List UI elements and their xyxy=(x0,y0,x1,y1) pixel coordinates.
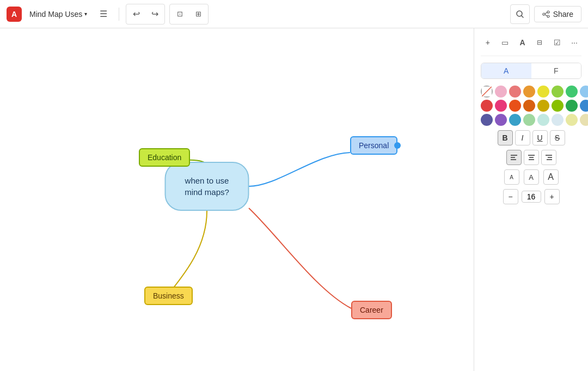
font-size-minus-button[interactable]: − xyxy=(503,189,518,204)
font-size-stepper: − 16 + xyxy=(481,189,581,204)
text-size-options: A A A xyxy=(481,169,581,185)
formatting-panel: + ▭ A ⊟ ☑ ··· A F xyxy=(474,28,588,371)
color-hot-pink[interactable] xyxy=(495,100,507,112)
align-left-button[interactable] xyxy=(506,150,522,165)
toolbar: A Mind Map Uses ▾ ☰ ↩ ↪ ⊡ ⊞ Share xyxy=(0,0,588,28)
education-node-text: Education xyxy=(148,153,181,162)
career-node[interactable]: Career xyxy=(351,301,392,319)
color-slate[interactable] xyxy=(481,114,493,126)
color-empty[interactable] xyxy=(481,86,493,98)
color-pink-light[interactable] xyxy=(495,86,507,98)
frame-button[interactable]: ⊡ xyxy=(171,5,188,23)
toolbar-right: Share xyxy=(510,4,581,24)
color-violet[interactable] xyxy=(495,114,507,126)
share-button[interactable]: Share xyxy=(534,6,581,22)
color-teal[interactable] xyxy=(509,114,521,126)
color-cream[interactable] xyxy=(580,114,588,126)
panel-toolbar: + ▭ A ⊟ ☑ ··· xyxy=(481,35,581,56)
panel-more-button[interactable]: ··· xyxy=(567,35,581,50)
color-pale-yellow[interactable] xyxy=(566,114,578,126)
business-node[interactable]: Business xyxy=(144,287,193,305)
color-row-1 xyxy=(481,86,581,98)
color-dark-orange[interactable] xyxy=(523,100,535,112)
group-button[interactable]: ⊞ xyxy=(189,5,207,23)
color-red[interactable] xyxy=(481,100,493,112)
menu-button[interactable]: ☰ xyxy=(95,5,112,23)
center-node[interactable]: when to use mind maps? xyxy=(165,162,249,211)
redo-button[interactable]: ↪ xyxy=(146,5,163,23)
panel-rect-button[interactable]: ▭ xyxy=(498,35,512,50)
svg-line-1 xyxy=(521,15,523,17)
text-small-button[interactable]: A xyxy=(504,169,519,185)
panel-tabs: A F xyxy=(481,63,581,79)
tab-f[interactable]: F xyxy=(531,63,581,78)
document-title[interactable]: Mind Map Uses ▾ xyxy=(26,8,90,21)
text-medium-button[interactable]: A xyxy=(524,169,539,185)
text-large-button[interactable]: A xyxy=(543,169,559,185)
color-yellow[interactable] xyxy=(537,86,549,98)
text-format-row: B I U S xyxy=(481,130,581,145)
tab-a[interactable]: A xyxy=(481,63,531,78)
panel-check-button[interactable]: ☑ xyxy=(550,35,564,50)
color-gold[interactable] xyxy=(537,100,549,112)
color-blue-light[interactable] xyxy=(580,86,588,98)
color-blue[interactable] xyxy=(580,100,588,112)
panel-add-button[interactable]: + xyxy=(481,35,495,50)
svg-line-6 xyxy=(545,15,547,16)
personal-node[interactable]: Personal xyxy=(350,136,397,155)
svg-line-5 xyxy=(545,13,547,14)
color-orange-red[interactable] xyxy=(509,100,521,112)
share-label: Share xyxy=(553,10,573,19)
undo-redo-group: ↩ ↪ xyxy=(126,4,165,25)
undo-button[interactable]: ↩ xyxy=(127,5,145,23)
svg-point-2 xyxy=(547,11,549,13)
font-size-plus-button[interactable]: + xyxy=(544,189,560,204)
color-row-3: ▶ xyxy=(481,114,581,126)
business-node-text: Business xyxy=(153,291,184,300)
color-row-2 xyxy=(481,100,581,112)
svg-point-3 xyxy=(543,13,545,15)
align-right-button[interactable] xyxy=(541,150,556,165)
italic-button[interactable]: I xyxy=(515,130,530,145)
personal-anchor xyxy=(394,142,401,149)
color-lime[interactable] xyxy=(552,100,564,112)
color-mint[interactable] xyxy=(523,114,535,126)
text-align-row xyxy=(481,150,581,165)
color-green-light[interactable] xyxy=(552,86,564,98)
color-pale-cyan[interactable] xyxy=(537,114,549,126)
color-pale-blue[interactable] xyxy=(552,114,564,126)
separator xyxy=(119,8,119,21)
color-dark-green[interactable] xyxy=(566,100,578,112)
title-text: Mind Map Uses xyxy=(29,10,82,19)
insert-group: ⊡ ⊞ xyxy=(169,4,209,25)
color-red-light[interactable] xyxy=(509,86,521,98)
panel-text-button[interactable]: A xyxy=(516,35,530,50)
search-button[interactable] xyxy=(510,4,530,24)
center-node-text: when to use mind maps? xyxy=(185,175,229,198)
align-center-button[interactable] xyxy=(524,150,539,165)
career-node-text: Career xyxy=(360,306,383,314)
personal-node-text: Personal xyxy=(359,141,389,150)
color-green[interactable] xyxy=(566,86,578,98)
strikethrough-button[interactable]: S xyxy=(550,130,565,145)
bold-button[interactable]: B xyxy=(498,130,513,145)
canvas-area[interactable]: when to use mind maps? Personal Educatio… xyxy=(0,28,414,371)
color-orange[interactable] xyxy=(523,86,535,98)
app-logo: A xyxy=(7,7,22,22)
underline-button[interactable]: U xyxy=(532,130,548,145)
chevron-down-icon: ▾ xyxy=(84,11,87,17)
svg-point-4 xyxy=(547,15,549,17)
panel-format-button[interactable]: ⊟ xyxy=(532,35,547,50)
font-size-value: 16 xyxy=(522,191,541,203)
education-node[interactable]: Education xyxy=(139,148,190,167)
